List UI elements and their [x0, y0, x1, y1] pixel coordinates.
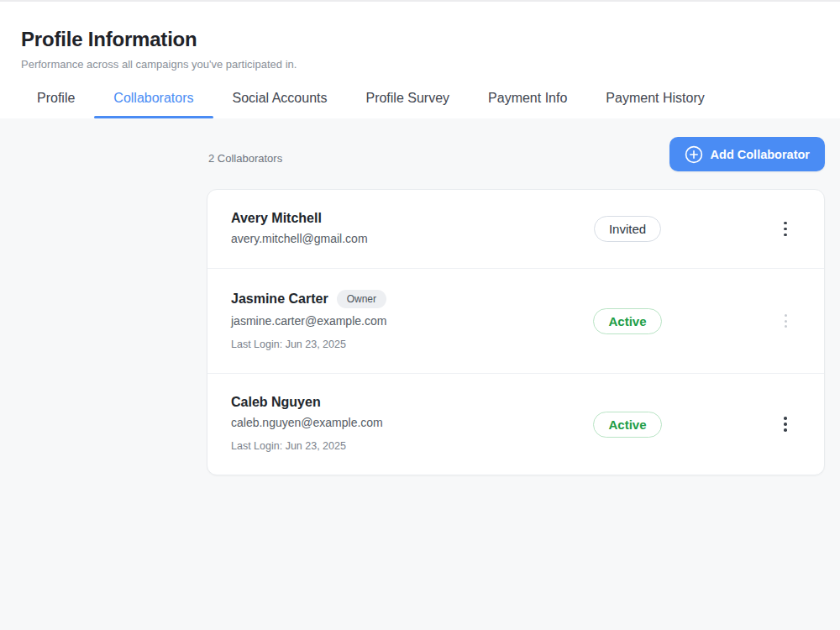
row-menu-kebab-icon[interactable]	[769, 217, 802, 242]
collaborator-row: Avery Mitchell avery.mitchell@gmail.com …	[207, 190, 824, 269]
collaborator-email: jasmine.carter@example.com	[231, 314, 577, 328]
collaborator-name: Caleb Nguyen	[231, 395, 321, 410]
collaborator-row: Caleb Nguyen caleb.nguyen@example.com La…	[207, 374, 824, 475]
page-header: Profile Information Performance across a…	[0, 0, 840, 118]
collaborator-row: Jasmine Carter Owner jasmine.carter@exam…	[207, 269, 824, 374]
tab-payment-info[interactable]: Payment Info	[469, 91, 586, 118]
add-collaborator-label: Add Collaborator	[711, 148, 810, 161]
row-menu-kebab-icon[interactable]	[769, 309, 802, 333]
tab-collaborators[interactable]: Collaborators	[94, 91, 213, 118]
collaborator-email: avery.mitchell@gmail.com	[231, 232, 577, 245]
status-badge: Active	[593, 412, 661, 438]
row-menu-kebab-icon[interactable]	[769, 412, 802, 437]
status-badge: Invited	[594, 216, 661, 242]
tab-social-accounts[interactable]: Social Accounts	[213, 91, 347, 118]
collaborator-info: Avery Mitchell avery.mitchell@gmail.com	[231, 190, 577, 268]
collaborator-name: Avery Mitchell	[231, 211, 322, 226]
collaborator-name: Jasmine Carter	[231, 291, 328, 307]
plus-circle-icon	[685, 145, 703, 164]
collaborator-info: Caleb Nguyen caleb.nguyen@example.com La…	[231, 374, 577, 475]
collaborators-card: Avery Mitchell avery.mitchell@gmail.com …	[207, 189, 825, 475]
tab-profile-survey[interactable]: Profile Survey	[346, 91, 469, 118]
page-title: Profile Information	[21, 28, 840, 51]
tab-profile[interactable]: Profile	[18, 91, 94, 118]
panel-header: 2 Collaborators Add Collaborator	[207, 137, 825, 171]
role-badge: Owner	[337, 290, 386, 308]
collaborator-last-login: Last Login: Jun 23, 2025	[231, 440, 577, 452]
status-badge: Active	[593, 308, 661, 334]
page-subtitle: Performance across all campaigns you've …	[21, 58, 840, 71]
add-collaborator-button[interactable]: Add Collaborator	[669, 137, 825, 171]
tab-bar: ProfileCollaboratorsSocial AccountsProfi…	[18, 91, 840, 118]
tab-payment-history[interactable]: Payment History	[586, 91, 723, 118]
collaborator-info: Jasmine Carter Owner jasmine.carter@exam…	[231, 269, 577, 373]
collaborator-email: caleb.nguyen@example.com	[231, 416, 577, 429]
collaborator-count: 2 Collaborators	[208, 152, 282, 165]
collaborator-last-login: Last Login: Jun 23, 2025	[231, 339, 577, 350]
collaborators-panel: 2 Collaborators Add Collaborator Avery M…	[207, 137, 825, 475]
